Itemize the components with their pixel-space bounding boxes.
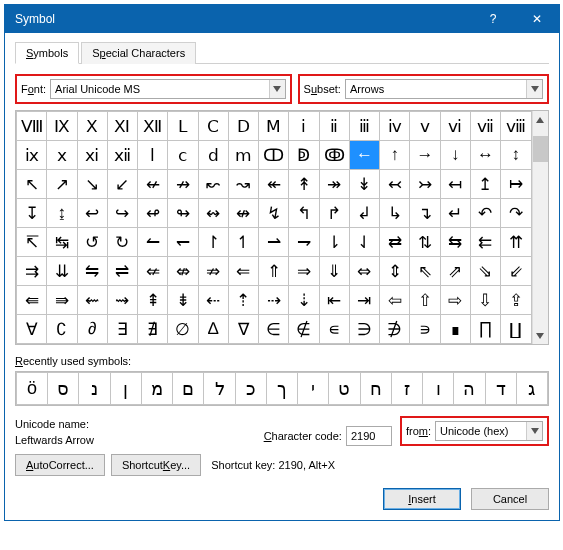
symbol-cell[interactable]: ↖ bbox=[17, 170, 47, 199]
symbol-cell[interactable]: ↩ bbox=[77, 199, 107, 228]
symbol-cell[interactable]: ⇈ bbox=[501, 228, 532, 257]
symbol-cell[interactable]: ∏ bbox=[470, 315, 500, 344]
symbol-cell[interactable]: ↘ bbox=[77, 170, 107, 199]
recent-symbol-cell[interactable]: י bbox=[298, 373, 329, 405]
symbol-cell[interactable]: ⇖ bbox=[410, 257, 440, 286]
symbol-cell[interactable]: ⇘ bbox=[470, 257, 500, 286]
symbol-cell[interactable]: ⇞ bbox=[138, 286, 168, 315]
symbol-cell[interactable]: ⅷ bbox=[501, 112, 532, 141]
shortcut-key-button[interactable]: Shortcut Key... bbox=[111, 454, 201, 476]
recent-symbol-cell[interactable]: ז bbox=[391, 373, 422, 405]
symbol-cell[interactable]: Ⅼ bbox=[168, 112, 198, 141]
symbol-cell[interactable]: ∊ bbox=[319, 315, 349, 344]
symbol-cell[interactable]: ↪ bbox=[107, 199, 137, 228]
symbol-cell[interactable]: ⅲ bbox=[349, 112, 379, 141]
font-select[interactable]: Arial Unicode MS bbox=[50, 79, 286, 99]
symbol-cell[interactable]: ⇂ bbox=[319, 228, 349, 257]
symbol-cell[interactable]: ⇋ bbox=[77, 257, 107, 286]
symbol-cell[interactable]: ⇆ bbox=[440, 228, 470, 257]
symbol-cell[interactable]: ⇍ bbox=[138, 257, 168, 286]
symbol-cell[interactable]: Ⅹ bbox=[77, 112, 107, 141]
symbol-cell[interactable]: ∐ bbox=[501, 315, 532, 344]
symbol-cell[interactable]: ⇙ bbox=[501, 257, 532, 286]
recent-symbol-cell[interactable]: ך bbox=[266, 373, 297, 405]
symbol-cell[interactable]: ↜ bbox=[198, 170, 228, 199]
symbol-cell[interactable]: ⇊ bbox=[47, 257, 77, 286]
symbol-cell[interactable]: ⇉ bbox=[17, 257, 47, 286]
symbol-cell[interactable]: ⇥ bbox=[349, 286, 379, 315]
symbol-cell[interactable]: Ⅾ bbox=[228, 112, 258, 141]
symbol-cell[interactable]: → bbox=[410, 141, 440, 170]
symbol-cell[interactable]: ⇓ bbox=[319, 257, 349, 286]
symbol-cell[interactable]: ∌ bbox=[380, 315, 410, 344]
symbol-cell[interactable]: ↶ bbox=[470, 199, 500, 228]
symbol-cell[interactable]: ⇑ bbox=[259, 257, 289, 286]
symbol-cell[interactable]: ↝ bbox=[228, 170, 258, 199]
recent-symbol-cell[interactable]: ה bbox=[454, 373, 485, 405]
symbol-cell[interactable]: ↚ bbox=[138, 170, 168, 199]
symbol-cell[interactable]: ⇟ bbox=[168, 286, 198, 315]
symbol-cell[interactable]: ⇄ bbox=[380, 228, 410, 257]
symbol-cell[interactable]: ⇁ bbox=[289, 228, 319, 257]
symbol-cell[interactable]: ↬ bbox=[168, 199, 198, 228]
scroll-track[interactable] bbox=[533, 162, 549, 327]
symbol-cell[interactable]: ⅼ bbox=[138, 141, 168, 170]
symbol-cell[interactable]: ∇ bbox=[228, 315, 258, 344]
symbol-cell[interactable]: ↧ bbox=[17, 199, 47, 228]
autocorrect-button[interactable]: AutoCorrect... bbox=[15, 454, 105, 476]
symbol-cell[interactable]: ↞ bbox=[259, 170, 289, 199]
symbol-cell[interactable]: ↤ bbox=[440, 170, 470, 199]
symbol-cell[interactable]: ↥ bbox=[470, 170, 500, 199]
symbol-cell[interactable]: ↔ bbox=[470, 141, 500, 170]
symbol-cell[interactable]: ↸ bbox=[17, 228, 47, 257]
symbol-cell[interactable]: ↱ bbox=[319, 199, 349, 228]
symbol-cell[interactable]: ∆ bbox=[198, 315, 228, 344]
from-select[interactable]: Unicode (hex) bbox=[435, 421, 543, 441]
symbol-cell[interactable]: ⅴ bbox=[410, 112, 440, 141]
symbol-cell[interactable]: ↣ bbox=[410, 170, 440, 199]
symbol-cell[interactable]: ↟ bbox=[289, 170, 319, 199]
symbol-cell[interactable]: ⅹ bbox=[47, 141, 77, 170]
symbol-cell[interactable]: ⅵ bbox=[440, 112, 470, 141]
symbol-cell[interactable]: ↂ bbox=[319, 141, 349, 170]
symbol-cell[interactable]: ⇣ bbox=[289, 286, 319, 315]
recent-symbol-cell[interactable]: ו bbox=[423, 373, 454, 405]
help-button[interactable]: ? bbox=[471, 5, 515, 33]
recent-symbol-cell[interactable]: מ bbox=[141, 373, 172, 405]
symbol-cell[interactable]: ↙ bbox=[107, 170, 137, 199]
symbol-cell[interactable]: ⅿ bbox=[228, 141, 258, 170]
recent-symbol-cell[interactable]: נ bbox=[79, 373, 110, 405]
character-code-input[interactable]: 2190 bbox=[346, 426, 392, 446]
symbol-cell[interactable]: ↓ bbox=[440, 141, 470, 170]
symbol-cell[interactable]: ↢ bbox=[380, 170, 410, 199]
symbol-cell[interactable]: Ⅿ bbox=[259, 112, 289, 141]
symbol-cell[interactable]: ↁ bbox=[289, 141, 319, 170]
symbol-cell[interactable]: Ⅺ bbox=[107, 112, 137, 141]
symbol-cell[interactable]: ⇗ bbox=[440, 257, 470, 286]
tab-symbols[interactable]: Symbols bbox=[15, 42, 79, 64]
symbol-cell[interactable]: ⇐ bbox=[228, 257, 258, 286]
subset-select[interactable]: Arrows bbox=[345, 79, 543, 99]
symbol-cell[interactable]: ↴ bbox=[410, 199, 440, 228]
symbol-cell[interactable]: ↭ bbox=[198, 199, 228, 228]
symbol-cell[interactable]: ⅾ bbox=[198, 141, 228, 170]
scroll-up-icon[interactable] bbox=[533, 111, 549, 128]
symbol-cell[interactable]: ⇅ bbox=[410, 228, 440, 257]
symbol-cell[interactable]: ⅽ bbox=[168, 141, 198, 170]
symbol-cell[interactable]: ∁ bbox=[47, 315, 77, 344]
symbol-cell[interactable]: ⅳ bbox=[380, 112, 410, 141]
symbol-cell[interactable]: ⇩ bbox=[470, 286, 500, 315]
symbol-cell[interactable]: Ⅽ bbox=[198, 112, 228, 141]
symbol-cell[interactable]: Ⅷ bbox=[17, 112, 47, 141]
cancel-button[interactable]: Cancel bbox=[471, 488, 549, 510]
symbol-cell[interactable]: ⇡ bbox=[228, 286, 258, 315]
symbol-cell[interactable]: ∅ bbox=[168, 315, 198, 344]
symbol-cell[interactable]: ⇏ bbox=[198, 257, 228, 286]
recent-symbol-cell[interactable]: ד bbox=[485, 373, 516, 405]
symbol-cell[interactable]: ⇀ bbox=[259, 228, 289, 257]
recent-symbol-cell[interactable]: ן bbox=[110, 373, 141, 405]
symbol-cell[interactable]: ⅱ bbox=[319, 112, 349, 141]
symbol-cell[interactable]: ↫ bbox=[138, 199, 168, 228]
symbol-cell[interactable]: Ⅻ bbox=[138, 112, 168, 141]
recent-symbol-cell[interactable]: ל bbox=[204, 373, 235, 405]
